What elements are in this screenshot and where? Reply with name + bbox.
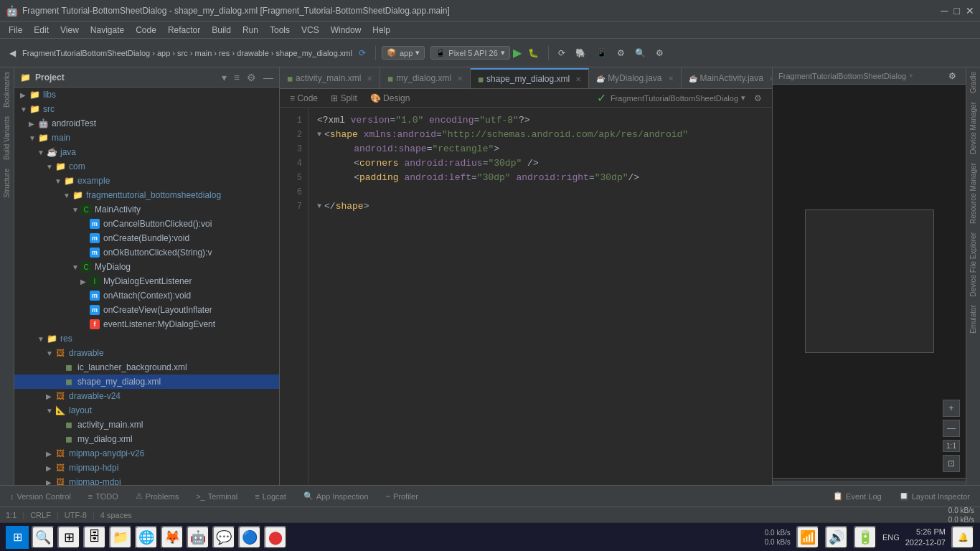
- tree-item-res[interactable]: ▼ 📁 res: [14, 331, 279, 346]
- fold-arrow-2[interactable]: ▼: [317, 128, 321, 142]
- tree-item-mipmap-mdpi[interactable]: ▶ 🖼 mipmap-mdpi: [14, 475, 279, 485]
- tree-item-eventlistener[interactable]: f eventListener:MyDialogEvent: [14, 317, 279, 331]
- right-panel-scrollbar[interactable]: [773, 478, 966, 485]
- tab-my-dialog-xml[interactable]: ◼ my_dialog.xml ✕: [380, 68, 471, 88]
- taskbar-volume[interactable]: 🔊: [825, 526, 848, 549]
- minimize-button[interactable]: ─: [941, 5, 948, 17]
- tab-shape-my-dialog-xml[interactable]: ◼ shape_my_dialog.xml ✕: [471, 68, 589, 88]
- toolbar-sdk-btn[interactable]: ⚙: [613, 46, 628, 60]
- emulator-label[interactable]: Emulator: [967, 301, 979, 338]
- menu-file[interactable]: File: [3, 24, 28, 37]
- right-panel-settings-btn[interactable]: ⚙: [945, 69, 960, 83]
- menu-code[interactable]: Code: [130, 24, 162, 37]
- tree-item-src[interactable]: ▼ 📁 src: [14, 102, 279, 116]
- todo-tab[interactable]: ≡ TODO: [84, 490, 123, 503]
- menu-help[interactable]: Help: [367, 24, 396, 37]
- gradle-panel-label[interactable]: Gradle: [967, 67, 979, 98]
- tree-item-main[interactable]: ▼ 📁 main: [14, 131, 279, 145]
- preview-fullscreen[interactable]: ⊡: [943, 455, 960, 472]
- taskbar-search[interactable]: 🔍: [32, 526, 55, 549]
- logcat-tab[interactable]: ≡ Logcat: [250, 490, 290, 503]
- taskbar-edge[interactable]: 🌐: [135, 526, 158, 549]
- toolbar-sync-btn[interactable]: ⟳: [355, 46, 369, 60]
- split-view-btn[interactable]: ⊞ Split: [326, 92, 362, 105]
- tree-item-my-dialog[interactable]: ◼ my_dialog.xml: [14, 432, 279, 446]
- taskbar-notifications[interactable]: 🔔: [951, 526, 974, 549]
- layout-inspector-tab[interactable]: 🔲 Layout Inspector: [895, 489, 974, 503]
- device-dropdown[interactable]: 📱 Pixel 5 API 26 ▾: [430, 46, 510, 60]
- bookmarks-panel-label[interactable]: Bookmarks: [1, 67, 13, 112]
- menu-navigate[interactable]: Navigate: [85, 24, 130, 37]
- tree-item-oncreate[interactable]: m onCreate(Bundle):void: [14, 231, 279, 245]
- toolbar-gradle-btn[interactable]: 🐘: [572, 46, 590, 60]
- tree-item-oncreateview[interactable]: m onCreateView(LayoutInflater: [14, 303, 279, 317]
- tree-item-ic-launcher[interactable]: ◼ ic_launcher_background.xml: [14, 360, 279, 375]
- version-control-tab[interactable]: ↕ Version Control: [6, 490, 75, 503]
- terminal-tab[interactable]: >_ Terminal: [192, 490, 242, 503]
- taskbar-files[interactable]: 🗄: [83, 526, 106, 549]
- tab-close-mydialog[interactable]: ✕: [668, 75, 674, 83]
- tree-item-layout[interactable]: ▼ 📐 layout: [14, 403, 279, 418]
- menu-run[interactable]: Run: [237, 24, 264, 37]
- tree-item-fragmenttutorial[interactable]: ▼ 📁 fragmenttutorial_bottomsheetdialog: [14, 188, 279, 202]
- menu-view[interactable]: View: [55, 24, 85, 37]
- project-panel-options-btn[interactable]: ≡: [234, 72, 240, 83]
- breadcrumb-settings-btn[interactable]: ⚙: [750, 92, 766, 105]
- tree-item-example[interactable]: ▼ 📁 example: [14, 174, 279, 188]
- taskbar-battery[interactable]: 🔋: [854, 526, 877, 549]
- menu-window[interactable]: Window: [325, 24, 367, 37]
- toolbar-sync2-btn[interactable]: ⟳: [555, 46, 569, 60]
- toolbar-avd-btn[interactable]: 📱: [593, 46, 611, 60]
- fold-arrow-7[interactable]: ▼: [317, 199, 321, 214]
- taskbar-firefox[interactable]: 🦊: [161, 526, 184, 549]
- build-variants-label[interactable]: Build Variants: [1, 112, 13, 164]
- preview-zoom-in[interactable]: +: [943, 400, 960, 417]
- device-file-explorer-label[interactable]: Device File Explorer: [967, 228, 979, 301]
- menu-edit[interactable]: Edit: [28, 24, 55, 37]
- tree-item-com[interactable]: ▼ 📁 com: [14, 159, 279, 174]
- module-dropdown[interactable]: 📦 app ▾: [382, 46, 425, 60]
- tree-item-oncancelbtnclicked[interactable]: m onCancelButtonClicked():voi: [14, 217, 279, 231]
- start-button[interactable]: ⊞: [6, 526, 29, 549]
- tab-activity-main-xml[interactable]: ◼ activity_main.xml ✕: [280, 68, 380, 88]
- project-panel-settings-btn[interactable]: ⚙: [247, 72, 256, 83]
- tree-item-drawable[interactable]: ▼ 🖼 drawable: [14, 346, 279, 360]
- tree-item-drawable-v24[interactable]: ▶ 🖼 drawable-v24: [14, 389, 279, 403]
- debug-button[interactable]: 🐛: [524, 46, 542, 60]
- design-view-btn[interactable]: 🎨 Design: [366, 92, 415, 105]
- tree-item-mipmap-anydpi[interactable]: ▶ 🖼 mipmap-anydpi-v26: [14, 446, 279, 461]
- toolbar-settings-btn[interactable]: ⚙: [652, 46, 667, 60]
- menu-tools[interactable]: Tools: [264, 24, 296, 37]
- tree-item-mainactivity[interactable]: ▼ C MainActivity: [14, 202, 279, 217]
- tab-mydialog-java[interactable]: ☕ MyDialog.java ✕: [589, 68, 681, 88]
- tree-item-java[interactable]: ▼ ☕ java: [14, 145, 279, 159]
- run-button[interactable]: ▶: [513, 46, 522, 60]
- app-inspection-tab[interactable]: 🔍 App Inspection: [299, 489, 373, 503]
- taskbar-app1[interactable]: 🔵: [238, 526, 261, 549]
- event-log-tab[interactable]: 📋 Event Log: [829, 489, 886, 503]
- taskbar-explorer[interactable]: 📁: [109, 526, 132, 549]
- problems-tab[interactable]: ⚠ Problems: [131, 489, 183, 503]
- tree-item-shape-my-dialog[interactable]: ◼ shape_my_dialog.xml: [14, 375, 279, 389]
- toolbar-back-btn[interactable]: ◀: [6, 46, 19, 60]
- taskbar-widgets[interactable]: ⊞: [57, 526, 80, 549]
- menu-refactor[interactable]: Refactor: [162, 24, 206, 37]
- close-button[interactable]: ✕: [966, 5, 974, 17]
- taskbar-app2[interactable]: ⬤: [264, 526, 287, 549]
- code-content[interactable]: <?xml version="1.0" encoding="utf-8"?> ▼…: [308, 108, 772, 485]
- tree-item-mydialog[interactable]: ▼ C MyDialog: [14, 260, 279, 274]
- tree-item-androidtest[interactable]: ▶ 🤖 androidTest: [14, 116, 279, 131]
- preview-zoom-out[interactable]: —: [943, 420, 960, 437]
- structure-label[interactable]: Structure: [1, 164, 13, 202]
- project-panel-close-btn[interactable]: —: [263, 72, 273, 83]
- device-manager-label[interactable]: Device Manager: [967, 98, 979, 159]
- project-panel-menu-btn[interactable]: ▾: [222, 72, 227, 83]
- menu-vcs[interactable]: VCS: [296, 24, 325, 37]
- taskbar-android-studio[interactable]: 🤖: [187, 526, 209, 549]
- resource-manager-label[interactable]: Resource Manager: [967, 159, 979, 228]
- tab-mainactivity-java[interactable]: ☕ MainActivity.java ✕: [682, 68, 773, 88]
- tab-close-shape-my-dialog[interactable]: ✕: [575, 75, 581, 83]
- code-view-btn[interactable]: ≡ Code: [286, 92, 322, 105]
- tree-item-mydialog-event-listener[interactable]: ▶ I MyDialogEventListener: [14, 274, 279, 288]
- taskbar-chat[interactable]: 💬: [212, 526, 235, 549]
